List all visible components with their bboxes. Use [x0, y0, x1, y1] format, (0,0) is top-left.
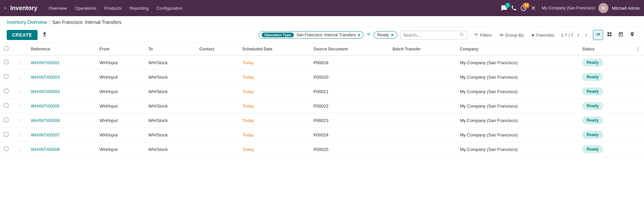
- navbar-menu: Overview Operations Products Reporting C…: [45, 4, 498, 12]
- operation-type-label: Operation Type: [262, 33, 294, 37]
- operation-type-close[interactable]: ×: [358, 32, 361, 38]
- messages-button[interactable]: 7: [501, 5, 507, 11]
- row-reference[interactable]: WH/INT/00006: [27, 113, 96, 128]
- row-reference[interactable]: WH/INT/00007: [27, 128, 96, 142]
- col-contact: Contact: [195, 43, 238, 55]
- row-reference[interactable]: WH/INT/00008: [27, 142, 96, 157]
- row-more-cell[interactable]: [632, 128, 644, 142]
- kanban-view-button[interactable]: [604, 30, 614, 40]
- create-button[interactable]: CREATE: [7, 30, 38, 40]
- star-button[interactable]: ☆: [17, 88, 22, 95]
- row-checkbox[interactable]: [4, 132, 8, 136]
- row-batch: [388, 128, 456, 142]
- row-to: WH/Stock: [144, 113, 195, 128]
- row-star-cell[interactable]: ☆: [13, 55, 27, 70]
- row-contact: [195, 113, 238, 128]
- messages-badge: 7: [505, 3, 511, 8]
- col-to: To: [144, 43, 195, 55]
- star-button[interactable]: ☆: [17, 132, 22, 138]
- more-columns-icon[interactable]: ⋮: [636, 47, 640, 51]
- star-button[interactable]: ☆: [17, 103, 22, 109]
- group-by-button[interactable]: Group By: [496, 31, 526, 39]
- row-star-cell[interactable]: ☆: [13, 142, 27, 157]
- row-contact: [195, 142, 238, 157]
- action-bar: CREATE Operation Type San Francisco: Int…: [0, 27, 644, 43]
- list-view-button[interactable]: [593, 30, 603, 40]
- grid-icon[interactable]: ▫: [4, 5, 6, 12]
- row-from: WH/Input: [96, 70, 145, 84]
- search-container[interactable]: [400, 31, 467, 40]
- row-star-cell[interactable]: ☆: [13, 128, 27, 142]
- nav-operations[interactable]: Operations: [72, 4, 100, 12]
- col-status: Status: [578, 43, 632, 55]
- row-reference[interactable]: WH/INT/00001: [27, 55, 96, 70]
- filters-label: Filters: [480, 33, 492, 38]
- nav-reporting[interactable]: Reporting: [126, 4, 152, 12]
- select-all-checkbox[interactable]: [4, 46, 8, 51]
- activity-button[interactable]: 34: [520, 5, 527, 11]
- row-checkbox[interactable]: [4, 89, 8, 93]
- star-button[interactable]: ☆: [17, 117, 22, 124]
- nav-configuration[interactable]: Configuration: [153, 4, 186, 12]
- row-checkbox-cell[interactable]: [0, 55, 13, 70]
- row-from: WH/Input: [96, 128, 145, 142]
- pagination-prev[interactable]: ‹: [575, 31, 581, 39]
- phone-button[interactable]: [511, 5, 517, 11]
- row-status: Ready: [578, 113, 632, 128]
- row-checkbox-cell[interactable]: [0, 99, 13, 113]
- row-to: WH/Stock: [144, 128, 195, 142]
- row-star-cell[interactable]: ☆: [13, 113, 27, 128]
- row-checkbox[interactable]: [4, 103, 8, 108]
- row-from: WH/Input: [96, 142, 145, 157]
- favorites-button[interactable]: ★ Favorites: [528, 31, 557, 39]
- close-icon[interactable]: [530, 5, 536, 11]
- row-checkbox[interactable]: [4, 74, 8, 79]
- row-checkbox[interactable]: [4, 60, 8, 64]
- col-from: From: [96, 43, 145, 55]
- star-button[interactable]: ☆: [17, 74, 22, 80]
- row-reference[interactable]: WH/INT/00004: [27, 84, 96, 99]
- row-more-cell[interactable]: [632, 113, 644, 128]
- row-date: Today: [238, 142, 309, 157]
- filters-button[interactable]: Filters: [471, 31, 494, 39]
- breadcrumb-parent[interactable]: Inventory Overview: [7, 19, 47, 25]
- row-star-cell[interactable]: ☆: [13, 84, 27, 99]
- row-checkbox[interactable]: [4, 147, 8, 151]
- avatar[interactable]: M: [598, 3, 608, 13]
- toolbar-right: Filters Group By ★ Favorites 1-7 / 7 ‹ ›: [471, 30, 637, 40]
- row-source-doc: P00021: [309, 84, 388, 99]
- row-checkbox-cell[interactable]: [0, 142, 13, 157]
- download-button[interactable]: [40, 30, 49, 40]
- row-more-cell[interactable]: [632, 70, 644, 84]
- breadcrumb-separator: /: [49, 19, 50, 25]
- row-checkbox[interactable]: [4, 118, 8, 122]
- row-star-cell[interactable]: ☆: [13, 70, 27, 84]
- operation-type-filter: Operation Type San Francisco: Internal T…: [259, 31, 364, 39]
- row-more-cell[interactable]: [632, 99, 644, 113]
- pagination-info: 1-7 / 7: [561, 33, 573, 38]
- favorites-label: Favorites: [536, 33, 554, 38]
- select-all-header[interactable]: [0, 43, 13, 55]
- row-checkbox-cell[interactable]: [0, 84, 13, 99]
- row-more-cell[interactable]: [632, 55, 644, 70]
- nav-overview[interactable]: Overview: [45, 4, 70, 12]
- search-input[interactable]: [403, 33, 460, 38]
- row-more-cell[interactable]: [632, 84, 644, 99]
- row-date: Today: [238, 99, 309, 113]
- row-checkbox-cell[interactable]: [0, 128, 13, 142]
- star-button[interactable]: ☆: [17, 146, 22, 153]
- map-view-button[interactable]: [627, 30, 637, 40]
- nav-products[interactable]: Products: [101, 4, 125, 12]
- row-checkbox-cell[interactable]: [0, 70, 13, 84]
- row-checkbox-cell[interactable]: [0, 113, 13, 128]
- row-reference[interactable]: WH/INT/00005: [27, 99, 96, 113]
- row-status: Ready: [578, 142, 632, 157]
- row-more-cell[interactable]: [632, 142, 644, 157]
- row-reference[interactable]: WH/INT/00003: [27, 70, 96, 84]
- row-source-doc: P00024: [309, 128, 388, 142]
- pagination-next[interactable]: ›: [583, 31, 589, 39]
- ready-close[interactable]: ×: [391, 32, 394, 38]
- calendar-view-button[interactable]: [616, 30, 626, 40]
- row-star-cell[interactable]: ☆: [13, 99, 27, 113]
- star-button[interactable]: ☆: [17, 59, 22, 66]
